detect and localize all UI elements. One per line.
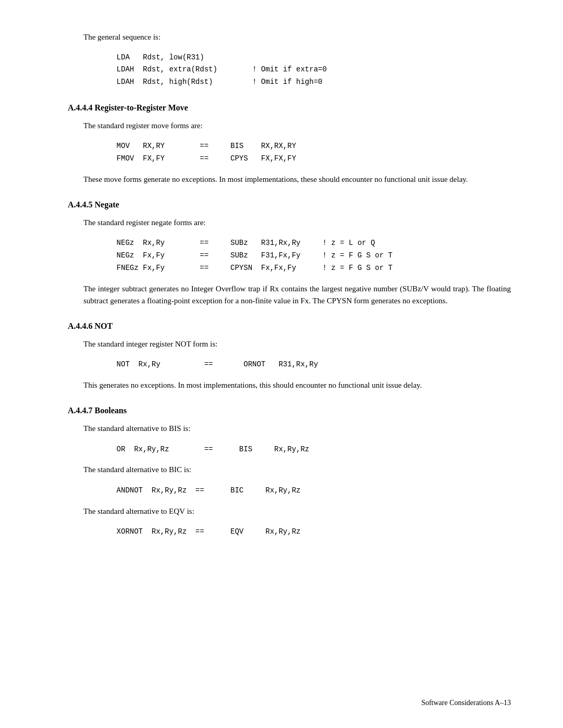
section-445-body: The integer subtract generates no Intege…: [83, 283, 511, 307]
section-444-code: MOV RX,RY == BIS RX,RX,RY FMOV FX,FY == …: [99, 140, 511, 165]
intro-text: The general sequence is:: [83, 31, 511, 43]
section-445-heading: A.4.4.5 Negate: [68, 200, 511, 209]
section-444-body: These move forms generate no exceptions.…: [83, 174, 511, 186]
section-447-code1: OR Rx,Ry,Rz == BIS Rx,Ry,Rz: [99, 443, 511, 456]
section-446: A.4.4.6 NOT The standard integer registe…: [68, 322, 511, 391]
section-447-intro3: The standard alternative to EQV is:: [83, 505, 511, 517]
section-447-heading: A.4.4.7 Booleans: [68, 406, 511, 415]
section-446-intro: The standard integer register NOT form i…: [83, 338, 511, 350]
section-447-code3: XORNOT Rx,Ry,Rz == EQV Rx,Ry,Rz: [99, 526, 511, 538]
page-footer: Software Considerations A–13: [421, 699, 511, 707]
footer-text: Software Considerations A–13: [421, 699, 511, 707]
section-445-code: NEGz Rx,Ry == SUBz R31,Rx,Ry ! z = L or …: [99, 237, 511, 274]
page: The general sequence is: LDA Rdst, low(R…: [0, 0, 563, 728]
section-446-body: This generates no exceptions. In most im…: [83, 379, 511, 391]
section-447-intro2: The standard alternative to BIC is:: [83, 464, 511, 476]
section-444: A.4.4.4 Register-to-Register Move The st…: [68, 103, 511, 186]
section-447: A.4.4.7 Booleans The standard alternativ…: [68, 406, 511, 538]
section-447-code2: ANDNOT Rx,Ry,Rz == BIC Rx,Ry,Rz: [99, 485, 511, 497]
section-446-code: NOT Rx,Ry == ORNOT R31,Rx,Ry: [99, 359, 511, 371]
section-446-heading: A.4.4.6 NOT: [68, 322, 511, 331]
intro-code-block: LDA Rdst, low(R31) LDAH Rdst, extra(Rdst…: [99, 52, 511, 89]
section-445: A.4.4.5 Negate The standard register neg…: [68, 200, 511, 307]
section-445-intro: The standard register negate forms are:: [83, 217, 511, 229]
section-444-intro: The standard register move forms are:: [83, 120, 511, 132]
section-447-intro1: The standard alternative to BIS is:: [83, 423, 511, 435]
section-444-heading: A.4.4.4 Register-to-Register Move: [68, 103, 511, 113]
